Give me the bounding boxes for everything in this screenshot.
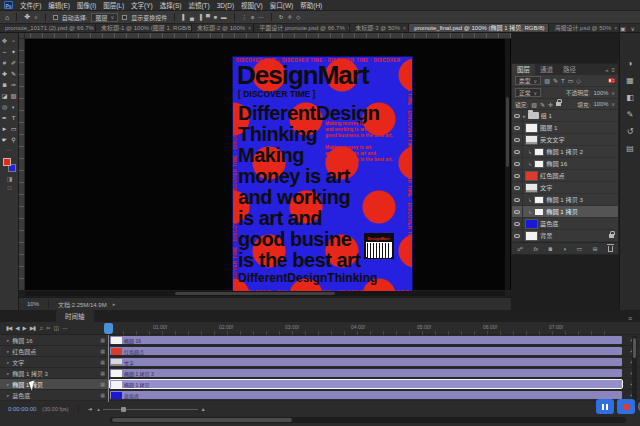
distribute-vertical-icon[interactable]: ⋮ [242, 14, 248, 20]
current-timecode[interactable]: 0:00:00:00 [8, 406, 36, 412]
swatches-panel-icon[interactable]: ▦ [626, 76, 634, 85]
document-tab[interactable]: 未标题-2 @ 100%× [192, 24, 254, 32]
menu-help[interactable]: 帮助(H) [300, 0, 322, 10]
visibility-toggle[interactable] [512, 194, 523, 206]
menu-3d[interactable]: 3D(D) [217, 2, 234, 9]
screen-mode-icon[interactable]: □ [0, 183, 19, 192]
move-tool-icon[interactable]: ✥ [24, 13, 30, 21]
track-header[interactable]: ▸椭圆 16▦ [0, 335, 108, 346]
lock-transparency-icon[interactable]: ▨ [531, 101, 537, 108]
move-tool-icon[interactable]: ✥ [0, 35, 9, 46]
blend-mode-dropdown[interactable]: 正常 ∨ [515, 88, 541, 97]
lock-position-icon[interactable]: ✛ [548, 101, 553, 108]
close-icon[interactable]: × [403, 24, 406, 32]
go-to-first-frame-button[interactable]: ▮◀ [6, 325, 11, 331]
track-options-icon[interactable]: ▦ [100, 392, 105, 398]
timeline-tab[interactable]: 时间轴 [56, 310, 94, 322]
distribute-horizontal-icon[interactable]: ≡ [251, 14, 254, 20]
layer-row-group[interactable]: ▸ 组 1 [512, 110, 618, 122]
tab-layers[interactable]: 图层 [512, 64, 535, 75]
crop-tool-icon[interactable]: # [0, 57, 9, 68]
visibility-toggle[interactable] [512, 146, 523, 158]
track-options-icon[interactable]: ▦ [100, 348, 105, 354]
timeline-panel-menu-icon[interactable]: ≡ [94, 315, 640, 322]
track-options-icon[interactable]: ▦ [100, 337, 105, 343]
visibility-toggle[interactable] [512, 158, 523, 170]
document-tab[interactable]: 平面设计 promote.psd @ 66.7%× [254, 24, 350, 32]
quick-mask-icon[interactable]: ◨ [0, 174, 19, 183]
home-icon[interactable]: ⌂ [5, 14, 9, 21]
track-header[interactable]: ▸红色圆点▦ [0, 346, 108, 357]
tool-preset-caret-icon[interactable]: ∨ [34, 14, 38, 20]
expand-icon[interactable]: ▸ [523, 113, 526, 119]
track-header[interactable]: ▸椭圆 1 拷贝▦ [0, 379, 108, 390]
visibility-toggle[interactable] [512, 218, 523, 230]
filter-kind-dropdown[interactable]: 类型 ∨ [515, 76, 541, 85]
track-options-icon[interactable]: ▦ [100, 370, 105, 376]
canvas-vertical-scrollbar[interactable] [505, 39, 510, 290]
expand-icon[interactable]: ▸ [7, 360, 9, 365]
filter-smart-object-icon[interactable]: ◇ [576, 77, 581, 84]
properties-panel-icon[interactable]: ◧ [626, 93, 634, 102]
auto-select-target-dropdown[interactable]: 图层 ∨ [91, 13, 118, 22]
track-header[interactable]: ▸椭圆 1 拷贝 3▦ [0, 368, 108, 379]
status-menu-arrow-icon[interactable]: ▸ [113, 301, 116, 307]
layer-row[interactable]: 红色圆点 [512, 170, 618, 182]
timeline-vertical-scrollbar[interactable] [632, 336, 637, 401]
render-video-icon[interactable]: ➔ [88, 406, 92, 412]
menu-file[interactable]: 文件(F) [20, 0, 41, 10]
clip[interactable]: 椭圆 16 [110, 336, 622, 344]
healing-brush-tool-icon[interactable]: ✚ [0, 68, 9, 79]
filter-type-icon[interactable]: T [561, 78, 565, 84]
layer-row[interactable]: ↳ 椭圆 1 拷贝 3 [512, 194, 618, 206]
previous-frame-button[interactable]: ◀ [15, 325, 18, 331]
menu-type[interactable]: 文字(Y) [131, 0, 153, 10]
link-layers-icon[interactable]: ☍ [517, 245, 523, 252]
magic-wand-tool-icon[interactable]: ✦ [9, 46, 18, 57]
align-left-icon[interactable]: ▌ [182, 14, 186, 20]
track-options-icon[interactable]: ▦ [100, 381, 105, 387]
hand-tool-icon[interactable]: ☛ [0, 134, 9, 145]
clip[interactable]: 文字 [110, 358, 622, 366]
align-center-icon[interactable]: ■ [214, 14, 217, 20]
audio-toggle-button[interactable]: ♫ [39, 325, 42, 331]
filter-toggle-icon[interactable] [608, 78, 615, 83]
distribute-more-icon[interactable]: ⋯ [258, 14, 264, 20]
recorder-pause-button[interactable] [596, 399, 614, 414]
menu-select[interactable]: 选择(S) [160, 0, 182, 10]
clip[interactable]: 椭圆 1 拷贝 3 [110, 369, 622, 377]
layer-row[interactable]: 蓝色底 [512, 218, 618, 230]
poster-artwork[interactable]: DISCOVER TIME · DISCOVER TIME · DISCOVER… [233, 57, 412, 295]
history-panel-icon[interactable]: ↺ [627, 127, 634, 136]
chevron-down-icon[interactable]: ∨ [611, 90, 615, 96]
eyedropper-tool-icon[interactable]: ✐ [9, 57, 18, 68]
expand-icon[interactable]: ▸ [7, 338, 9, 343]
filter-pixel-icon[interactable]: ▨ [544, 77, 550, 84]
shape-tool-icon[interactable]: ▭ [9, 123, 18, 134]
recorder-stop-button[interactable] [617, 399, 635, 414]
visibility-toggle[interactable] [512, 110, 523, 122]
opacity-value[interactable]: 100% [594, 90, 609, 96]
blur-tool-icon[interactable]: ◎ [0, 101, 9, 112]
align-middle-icon[interactable]: ▬ [221, 14, 227, 20]
layer-row[interactable]: 图层 1 [512, 122, 618, 134]
new-layer-icon[interactable]: ⊞ [593, 245, 598, 252]
chevron-down-icon[interactable]: ∨ [611, 101, 615, 107]
track-header[interactable]: ▸文字▦ [0, 357, 108, 368]
dodge-tool-icon[interactable]: ◐ [9, 101, 18, 112]
timeline-ruler[interactable]: 01:00f 02:00f 03:00f 04:00f 05:00f 06:00… [110, 322, 612, 335]
zoom-slider-track[interactable] [103, 409, 198, 410]
play-button[interactable]: ▶ [23, 325, 26, 331]
layer-row-selected[interactable]: ↳ 椭圆 1 拷贝 [512, 206, 618, 218]
tab-channels[interactable]: 通道 [535, 64, 558, 75]
track-options-icon[interactable]: ▦ [100, 359, 105, 365]
split-clip-button[interactable]: ✂ [46, 325, 50, 331]
brush-settings-panel-icon[interactable]: ✎ [627, 110, 634, 119]
show-transform-checkbox[interactable] [122, 15, 127, 20]
transition-button[interactable]: ◫ [54, 325, 58, 331]
filter-adjustment-icon[interactable]: ✎ [553, 77, 558, 84]
visibility-toggle[interactable] [512, 206, 523, 218]
layer-row-background[interactable]: 背景 [512, 230, 618, 242]
auto-select-checkbox[interactable] [53, 15, 58, 20]
document-tab-active[interactable]: promote_final.psd @ 100% (椭圆 1 拷贝, RGB/8… [409, 24, 549, 32]
